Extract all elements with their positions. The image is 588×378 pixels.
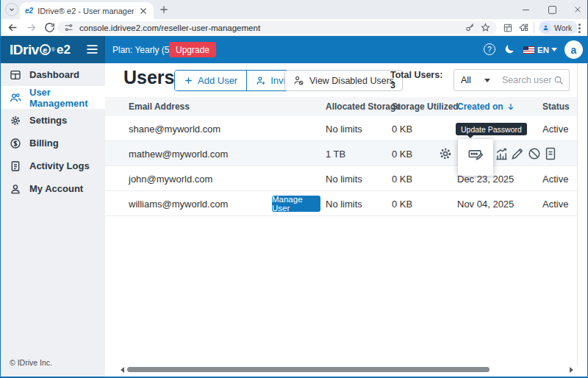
- browser-menu-button[interactable]: [578, 22, 581, 34]
- edit-pencil-icon[interactable]: [510, 146, 525, 161]
- person-icon: [10, 183, 21, 195]
- cell-email: john@myworld.com: [129, 166, 212, 191]
- sidebar-item-label: User Management: [29, 87, 105, 109]
- tab-close-icon[interactable]: [138, 6, 148, 16]
- browser-window: e2 IDrive® e2 - User management console.…: [0, 0, 588, 378]
- cell-email: mathew@myworld.com: [129, 141, 228, 166]
- help-icon[interactable]: ?: [484, 43, 495, 55]
- view-disabled-users-label: View Disabled Users: [309, 76, 394, 86]
- extensions-puzzle-icon[interactable]: [519, 23, 529, 33]
- sidebar-item-my-account[interactable]: My Account: [1, 177, 105, 200]
- sidebar: Dashboard User Management Settings Billi…: [1, 63, 105, 377]
- account-avatar[interactable]: a: [564, 40, 583, 59]
- upgrade-button[interactable]: Upgrade: [169, 42, 216, 57]
- toolbar-divider: [534, 22, 534, 33]
- search-icon[interactable]: [553, 75, 564, 85]
- view-logs-icon[interactable]: [543, 146, 558, 161]
- window-close-button[interactable]: [573, 4, 583, 15]
- cell-utilized: 0 KB: [392, 166, 412, 191]
- table-header-row: Email Address Allocated Storage Storage …: [105, 97, 577, 116]
- hamburger-menu-icon[interactable]: [86, 44, 98, 54]
- person-icon: [542, 24, 549, 31]
- update-password-icon[interactable]: [467, 146, 484, 162]
- column-header-allocated-storage[interactable]: Allocated Storage: [326, 97, 401, 116]
- language-selector[interactable]: EN: [537, 36, 549, 63]
- statistics-icon[interactable]: [494, 146, 509, 161]
- sidebar-item-label: Billing: [29, 138, 59, 149]
- sidebar-item-dashboard[interactable]: Dashboard: [1, 63, 105, 86]
- cell-utilized: 0 KB: [392, 191, 412, 216]
- horizontal-scrollbar[interactable]: [127, 367, 490, 372]
- profile-name: Work: [554, 24, 572, 32]
- dark-mode-moon-icon[interactable]: [503, 43, 515, 55]
- gear-icon: [10, 115, 21, 126]
- copyright-text: © IDrive Inc.: [10, 358, 52, 367]
- content-right-border: [577, 63, 578, 366]
- address-bar[interactable]: console.idrivee2.com/reseller-user-manag…: [57, 21, 497, 34]
- search-input[interactable]: [502, 75, 553, 85]
- user-filter-dropdown[interactable]: All: [453, 69, 498, 91]
- logo-text: IDriv: [10, 42, 39, 58]
- dollar-circle-icon: [10, 138, 21, 149]
- table-row[interactable]: john@myworld.com No limits 0 KB Dec 23, …: [105, 166, 577, 191]
- tooltip: Update Password: [456, 123, 527, 135]
- person-plus-icon: [256, 76, 266, 86]
- site-settings-icon[interactable]: [64, 23, 74, 32]
- column-header-created-on[interactable]: Created on: [457, 97, 515, 116]
- add-user-button[interactable]: Add User: [175, 71, 246, 90]
- browser-tab[interactable]: e2 IDrive® e2 - User management: [20, 2, 154, 19]
- profile-chip[interactable]: Work: [539, 21, 578, 35]
- cell-utilized: 0 KB: [392, 141, 412, 166]
- table-row[interactable]: williams@myworld.com No limits 0 KB Nov …: [105, 191, 577, 216]
- storage-settings-gear-icon[interactable]: [438, 146, 453, 161]
- close-icon: [573, 5, 582, 14]
- cell-created: Nov 04, 2025: [457, 191, 514, 216]
- window-maximize-button[interactable]: [547, 4, 557, 15]
- profile-avatar-icon: [540, 22, 551, 33]
- cell-email: williams@myworld.com: [129, 191, 228, 216]
- sidebar-item-label: My Account: [29, 183, 83, 194]
- cell-allocated: 1 TB: [326, 141, 345, 166]
- total-users-count: Total Users: 3: [390, 63, 449, 97]
- manage-user-button[interactable]: Manage User: [272, 196, 320, 212]
- sidebar-item-settings[interactable]: Settings: [1, 109, 105, 132]
- column-header-email[interactable]: Email Address: [129, 97, 190, 116]
- forward-button[interactable]: [25, 21, 37, 34]
- refresh-button[interactable]: [43, 21, 56, 34]
- tab-title: IDrive® e2 - User management: [37, 7, 134, 15]
- sidebar-item-user-management[interactable]: User Management: [1, 86, 105, 109]
- plus-icon: [184, 76, 193, 85]
- logo-e-circle: e: [40, 44, 51, 55]
- disable-user-icon[interactable]: [527, 146, 542, 161]
- sidebar-item-label: Activity Logs: [29, 160, 90, 171]
- tab-search-button[interactable]: [5, 3, 18, 16]
- password-manager-icon[interactable]: [465, 23, 475, 32]
- tooltip-caret: [467, 135, 474, 138]
- sidebar-item-label: Settings: [29, 115, 67, 126]
- users-icon: [10, 92, 21, 104]
- new-tab-button[interactable]: [159, 4, 169, 15]
- add-user-label: Add User: [198, 75, 237, 86]
- us-flag-icon: [523, 46, 534, 54]
- sidebar-item-billing[interactable]: Billing: [1, 132, 105, 154]
- scroll-right-arrow[interactable]: [570, 367, 573, 373]
- cell-status: Active: [542, 116, 568, 141]
- column-header-storage-utilized[interactable]: Storage Utilized: [392, 97, 459, 116]
- cell-allocated: No limits: [326, 166, 362, 191]
- cell-allocated: No limits: [326, 191, 362, 216]
- back-button[interactable]: [7, 21, 19, 34]
- bookmark-star-icon[interactable]: [481, 23, 490, 32]
- app-header: IDrive®e2 Plan: Yearly (50 TB) Upgrade ?…: [0, 36, 588, 63]
- sidebar-item-label: Dashboard: [29, 69, 79, 80]
- column-header-status[interactable]: Status: [542, 97, 570, 116]
- view-disabled-users-button[interactable]: View Disabled Users: [284, 70, 403, 91]
- window-minimize-button[interactable]: [520, 4, 531, 15]
- search-box: [497, 69, 570, 91]
- pinned-extension-icon[interactable]: [503, 23, 513, 33]
- language-caret-icon[interactable]: [551, 48, 557, 51]
- window-border-left: [0, 0, 1, 378]
- sidebar-item-activity-logs[interactable]: Activity Logs: [1, 154, 105, 177]
- cell-status: Active: [542, 166, 568, 191]
- main-content: Users Add User Invite Users View Disable…: [105, 63, 588, 377]
- scroll-left-arrow[interactable]: [121, 367, 124, 373]
